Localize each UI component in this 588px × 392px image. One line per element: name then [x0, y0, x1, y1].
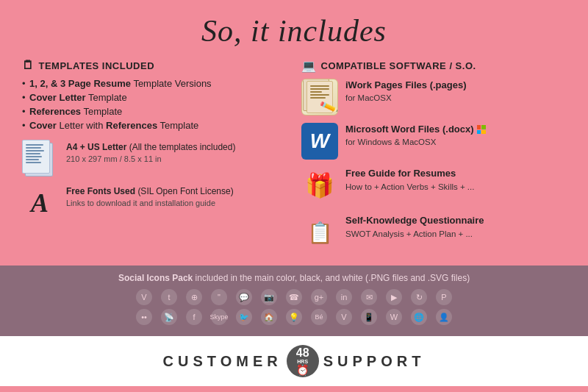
guide-desc: How to + Action Verbs + Skills + ... [345, 181, 474, 193]
a4-icon-box [22, 141, 57, 177]
social-icon-email[interactable]: ✉ [361, 289, 377, 305]
fonts-row: A Free Fonts Used (SIL Open Font License… [22, 185, 287, 221]
a4-title: A4 + US Letter [66, 142, 126, 152]
social-icon-phone[interactable]: ☎ [286, 289, 302, 305]
social-icon-twitter[interactable]: 🐦 [236, 309, 252, 325]
pages-doc-wrap: ✏️ [303, 79, 337, 115]
right-column: 💻 COMPATIBLE SOFTWARE / S.O. ✏️ iWork Pa… [301, 59, 566, 258]
left-column: 🗒 TEMPLATES INCLUDED 1, 2, & 3 Page Resu… [22, 59, 287, 258]
badge-number: 48 [296, 347, 309, 359]
social-icon-user[interactable]: 👤 [436, 309, 452, 325]
swot-icon: 📋 [301, 214, 338, 251]
templates-header: 🗒 TEMPLATES INCLUDED [22, 59, 287, 72]
windows-icon [477, 125, 486, 134]
fonts-text: Free Fonts Used (SIL Open Font License) … [66, 185, 234, 209]
social-icon-camera[interactable]: 📷 [261, 289, 277, 305]
software-icon: 💻 [301, 59, 317, 73]
swot-desc: SWOT Analysis + Action Plan + ... [345, 228, 484, 240]
list-item: 1, 2, & 3 Page Resume Template Versions [22, 78, 287, 89]
swot-item: 📋 Self-Knowledge Questionnaire SWOT Anal… [301, 214, 566, 251]
social-icon-chat[interactable]: 💬 [236, 289, 252, 305]
swot-title: Self-Knowledge Questionnaire [345, 215, 484, 226]
word-info: Microsoft Word Files (.docx) for Windows… [345, 123, 489, 148]
customer-text-left: CUSTOMER [163, 353, 282, 370]
social-icon-linkedin[interactable]: in [336, 289, 352, 305]
guide-item: 🎁 Free Guide for Resumes How to + Action… [301, 167, 566, 204]
social-icon-refresh[interactable]: ↻ [411, 289, 427, 305]
swot-row: 📋 Self-Knowledge Questionnaire SWOT Anal… [301, 214, 566, 258]
page-title: So, it includes [0, 13, 588, 49]
gift-icon: 🎁 [301, 167, 338, 204]
software-header: 💻 COMPATIBLE SOFTWARE / S.O. [301, 59, 566, 73]
social-icon-bulb[interactable]: 💡 [286, 309, 302, 325]
social-icon-home[interactable]: 🏠 [261, 309, 277, 325]
social-icon-pinterest[interactable]: P [436, 289, 452, 305]
guide-swot-row: 🎁 Free Guide for Resumes How to + Action… [301, 167, 566, 211]
word-platform: for Windows & MacOSX [345, 136, 489, 148]
social-icon-rss[interactable]: 📡 [161, 309, 177, 325]
iwork-icon: ✏️ [301, 79, 338, 115]
social-icon-podcast[interactable]: ⊕ [186, 289, 202, 305]
social-icons-row-2: •• 📡 f Skype 🐦 🏠 💡 Bé V 📱 W 🌐 👤 [22, 309, 566, 325]
social-icon-vimeo2[interactable]: V [336, 309, 352, 325]
fonts-title: Free Fonts Used [66, 186, 135, 196]
template-list: 1, 2, & 3 Page Resume Template Versions … [22, 78, 287, 131]
word-title: Microsoft Word Files (.docx) [345, 123, 474, 136]
social-icon-facebook[interactable]: f [186, 309, 202, 325]
software-header-label: COMPATIBLE SOFTWARE / S.O. [321, 60, 476, 71]
a4-row: A4 + US Letter (All the templates includ… [22, 141, 287, 177]
templates-header-label: TEMPLATES INCLUDED [39, 60, 155, 71]
list-item: References Template [22, 106, 287, 117]
word-letter: W [310, 129, 329, 153]
list-item: Cover Letter Template [22, 92, 287, 103]
social-icon-quote[interactable]: " [211, 289, 227, 305]
clock-icon: ⏰ [296, 364, 309, 376]
social-icon-t[interactable]: t [161, 289, 177, 305]
social-icon-skype[interactable]: Skype [211, 309, 227, 325]
bottom-section: Social Icons Pack included in the main c… [0, 266, 588, 336]
social-icons-row-1: V t ⊕ " 💬 📷 ☎ g+ in ✉ ▶ ↻ P [22, 289, 566, 305]
social-icon-flickr[interactable]: •• [136, 309, 152, 325]
word-icon: W [301, 123, 338, 160]
swot-info: Self-Knowledge Questionnaire SWOT Analys… [345, 214, 484, 240]
customer-text-right: SUPPORT [323, 353, 426, 370]
iwork-item: ✏️ iWork Pages Files (.pages) for MacOSX [301, 79, 566, 115]
iwork-title: iWork Pages Files (.pages) [345, 79, 466, 92]
social-label-bold: Social Icons Pack [118, 273, 193, 283]
iwork-platform: for MacOSX [345, 92, 469, 104]
cs-badge: 48 HRS ⏰ [287, 345, 319, 377]
social-label-rest: included in the main color, black, and w… [196, 273, 470, 283]
word-item: W Microsoft Word Files (.docx) for Windo… [301, 123, 566, 160]
social-icon-web[interactable]: 🌐 [411, 309, 427, 325]
iwork-info: iWork Pages Files (.pages) for MacOSX [345, 79, 469, 104]
social-icon-behance[interactable]: Bé [311, 309, 327, 325]
social-label: Social Icons Pack included in the main c… [22, 273, 566, 283]
badge-hours: HRS [297, 359, 308, 364]
a4-size: 210 x 297 mm / 8.5 x 11 in [66, 154, 235, 165]
list-item: Cover Letter with References Template [22, 120, 287, 131]
main-content: 🗒 TEMPLATES INCLUDED 1, 2, & 3 Page Resu… [0, 59, 588, 258]
font-a-icon: A [31, 188, 49, 218]
fonts-icon-box: A [22, 185, 57, 221]
social-icon-wordpress[interactable]: W [386, 309, 402, 325]
fonts-sub: Links to download it and installation gu… [66, 198, 234, 209]
social-icon-v[interactable]: V [136, 289, 152, 305]
social-icon-youtube[interactable]: ▶ [386, 289, 402, 305]
a4-text: A4 + US Letter (All the templates includ… [66, 141, 235, 165]
guide-title: Free Guide for Resumes [345, 168, 456, 179]
guide-info: Free Guide for Resumes How to + Action V… [345, 167, 474, 193]
social-icon-gplus[interactable]: g+ [311, 289, 327, 305]
templates-icon: 🗒 [22, 59, 35, 72]
title-section: So, it includes [0, 0, 588, 56]
social-icon-whatsapp[interactable]: 📱 [361, 309, 377, 325]
customer-support-bar: CUSTOMER 48 HRS ⏰ SUPPORT [0, 336, 588, 386]
